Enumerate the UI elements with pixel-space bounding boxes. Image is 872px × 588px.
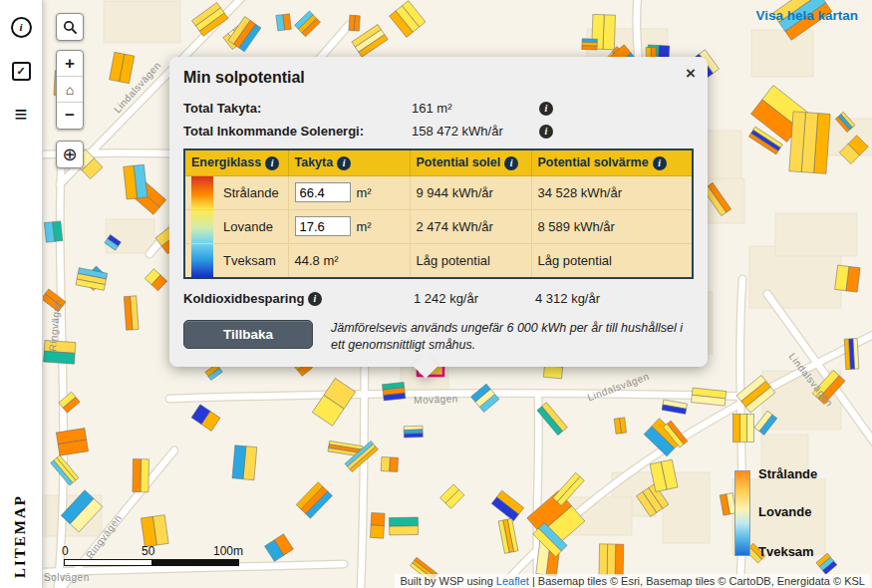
co2-solel-value: 1 242 kg/år <box>414 291 535 306</box>
search-icon <box>63 20 78 35</box>
street-label: Solvägen <box>44 572 90 583</box>
energy-class-table: Energiklassi Takytai Potential soleli Po… <box>183 148 694 279</box>
info-icon[interactable]: i <box>308 292 322 306</box>
attribution-suffix: | Basemap tiles © Esri, Basemap tiles © … <box>529 575 865 587</box>
zoom-out-button[interactable]: − <box>57 103 83 129</box>
co2-savings-label: Koldioxidbesparing <box>183 291 304 306</box>
litemap-logo: LITEMAP <box>12 494 29 578</box>
area-cell: 44.8 m² <box>288 243 410 278</box>
sidebar-check-button[interactable]: ✓ <box>0 54 42 88</box>
solel-value: 9 944 kWh/år <box>410 175 531 209</box>
info-icon[interactable]: i <box>539 102 553 116</box>
energy-class-label: Tveksam <box>184 243 288 278</box>
total-solar-energy-label: Total Inkommande Solenergi: <box>183 124 412 139</box>
table-row-tveksam: Tveksam 44.8 m² Låg potential Låg potent… <box>184 243 693 278</box>
zoom-in-button[interactable]: + <box>57 51 83 77</box>
solel-value: 2 474 kWh/år <box>410 209 531 243</box>
info-icon[interactable]: i <box>504 156 518 170</box>
col-header-energiklass: Energiklassi <box>184 149 288 175</box>
scale-tick-0: 0 <box>62 544 69 558</box>
solel-value: Låg potential <box>410 243 531 278</box>
close-icon[interactable]: × <box>686 65 696 82</box>
checkbox-icon: ✓ <box>12 62 31 81</box>
info-icon[interactable]: i <box>337 156 351 170</box>
back-button[interactable]: Tillbaka <box>183 320 313 349</box>
comparison-note: Jämförelsevis används ungefär 6 000 kWh … <box>331 320 694 355</box>
legend-gradient-bar <box>734 470 750 556</box>
unit-label: m² <box>357 185 372 200</box>
area-input-stralande[interactable] <box>295 182 351 202</box>
sidebar: i ✓ ≡ LITEMAP <box>0 0 43 588</box>
solvarme-value: Låg potential <box>531 243 693 278</box>
legend-label-tveksam: Tveksam <box>758 544 814 559</box>
popup-title: Min solpotential <box>183 69 694 87</box>
info-icon[interactable]: i <box>539 125 553 139</box>
scale-track <box>64 559 239 566</box>
scale-bar: 0 50 100m <box>64 544 239 566</box>
home-button[interactable]: ⌂ <box>57 77 83 103</box>
total-roof-area-value: 161 m² <box>412 101 539 116</box>
legend-label-lovande: Lovande <box>758 504 811 519</box>
col-header-potential-solvarme: Potential solvärmei <box>531 149 693 175</box>
total-roof-area-row: Total Takyta: 161 m² i <box>183 97 694 120</box>
solar-potential-popup: × Min solpotential Total Takyta: 161 m² … <box>169 57 708 367</box>
solvarme-value: 8 589 kWh/år <box>531 209 693 243</box>
app-window: Lindalsvägen Ringvägen Trollbäcksvägen M… <box>0 0 872 588</box>
info-icon[interactable]: i <box>653 156 667 170</box>
street-label: Movägen <box>414 393 458 406</box>
area-input-lovande[interactable] <box>295 216 351 236</box>
locate-button[interactable]: ⊕ <box>56 141 84 168</box>
attribution: Built by WSP using Leaflet | Basemap til… <box>395 574 870 588</box>
area-cell: m² <box>288 209 410 243</box>
co2-solvarme-value: 4 312 kg/år <box>535 291 694 306</box>
co2-savings-row: Koldioxidbesparing i 1 242 kg/år 4 312 k… <box>183 288 694 310</box>
col-header-potential-solel: Potential soleli <box>410 149 531 175</box>
total-solar-energy-value: 158 472 kWh/år <box>412 124 539 139</box>
info-icon[interactable]: i <box>265 156 279 170</box>
search-button[interactable] <box>56 13 84 41</box>
list-icon: ≡ <box>15 104 28 126</box>
scale-tick-50: 50 <box>142 544 154 558</box>
area-cell: m² <box>288 175 410 209</box>
sidebar-list-button[interactable]: ≡ <box>0 98 42 132</box>
table-row-lovande: Lovande m² 2 474 kWh/år 8 589 kWh/år <box>184 209 693 243</box>
total-roof-area-label: Total Takyta: <box>183 101 412 116</box>
solar-legend: Strålande Lovande Tveksam <box>734 466 848 562</box>
gradient-swatch <box>191 244 213 277</box>
sidebar-info-button[interactable]: i <box>0 10 42 44</box>
unit-label: m² <box>357 219 372 234</box>
total-solar-energy-row: Total Inkommande Solenergi: 158 472 kWh/… <box>183 120 694 143</box>
leaflet-link[interactable]: Leaflet <box>496 575 529 587</box>
energy-class-label: Lovande <box>184 209 288 243</box>
gradient-swatch <box>191 210 213 243</box>
show-full-map-link[interactable]: Visa hela kartan <box>755 8 858 23</box>
col-header-takyta: Takytai <box>288 149 410 175</box>
attribution-prefix: Built by WSP using <box>400 575 495 587</box>
legend-label-stralande: Strålande <box>758 466 817 481</box>
scale-tick-100: 100m <box>213 544 243 558</box>
table-row-stralande: Strålande m² 9 944 kWh/år 34 528 kWh/år <box>184 175 693 209</box>
solvarme-value: 34 528 kWh/år <box>531 175 693 209</box>
zoom-control: + ⌂ − <box>56 50 84 130</box>
info-icon: i <box>11 17 32 38</box>
gradient-swatch <box>191 176 213 209</box>
energy-class-label: Strålande <box>184 175 288 209</box>
